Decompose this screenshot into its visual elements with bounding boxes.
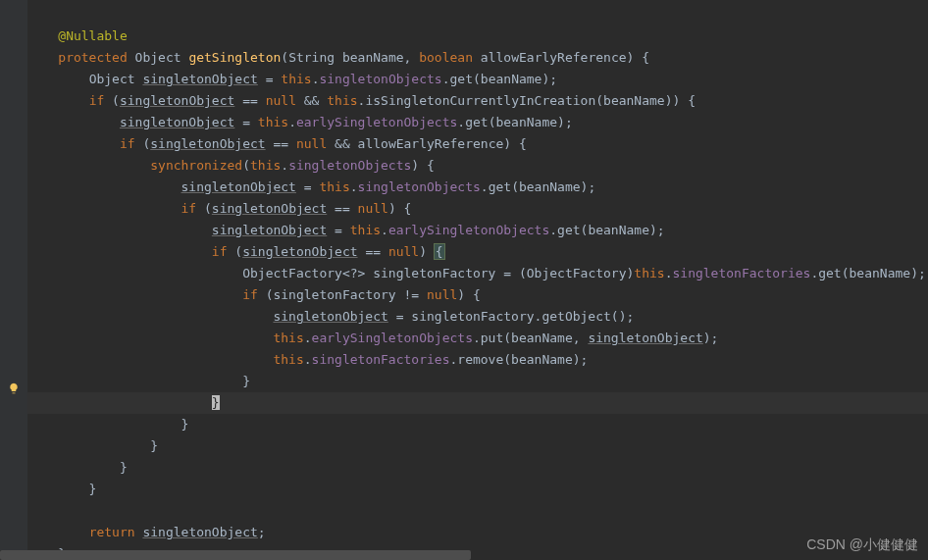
code-line: singletonObject = this.earlySingletonObj… <box>27 115 573 129</box>
code-line: return singletonObject; <box>27 525 266 539</box>
code-line: if (singletonFactory != null) { <box>27 287 481 302</box>
code-line: if (singletonObject == null && this.isSi… <box>27 93 696 108</box>
scrollbar-thumb[interactable] <box>0 550 471 560</box>
code-line: } <box>27 417 188 432</box>
code-line: ObjectFactory<?> singletonFactory = (Obj… <box>27 266 926 280</box>
code-line: singletonObject = singletonFactory.getOb… <box>27 309 634 324</box>
code-line: } <box>27 374 250 388</box>
caret-line: } <box>27 392 928 414</box>
code-line: this.earlySingletonObjects.put(beanName,… <box>27 331 718 345</box>
code-line: singletonObject = this.singletonObjects.… <box>27 179 595 194</box>
annotation: @Nullable <box>58 28 127 43</box>
code-line <box>27 503 35 518</box>
code-line: synchronized(this.singletonObjects) { <box>27 158 435 173</box>
cursor: } <box>212 395 220 410</box>
code-line: @Nullable <box>27 28 128 43</box>
gutter <box>0 0 27 560</box>
matched-brace: { <box>434 243 445 260</box>
watermark: CSDN @小健健健 <box>806 536 918 554</box>
code-line: } <box>27 482 96 496</box>
horizontal-scrollbar[interactable] <box>0 550 928 560</box>
code-editor[interactable]: @Nullable protected Object getSingleton(… <box>27 0 928 560</box>
code-line: protected Object getSingleton(String bea… <box>27 50 649 65</box>
lightbulb-icon[interactable] <box>8 382 20 394</box>
code-line: if (singletonObject == null) { <box>27 201 411 216</box>
code-line: } <box>27 460 128 475</box>
code-line: if (singletonObject == null) { <box>27 244 444 259</box>
code-line: if (singletonObject == null && allowEarl… <box>27 136 527 151</box>
code-line: Object singletonObject = this.singletonO… <box>27 72 557 86</box>
code-line: } <box>27 438 158 453</box>
code-line: this.singletonFactories.remove(beanName)… <box>27 352 588 367</box>
code-line: singletonObject = this.earlySingletonObj… <box>27 223 665 237</box>
